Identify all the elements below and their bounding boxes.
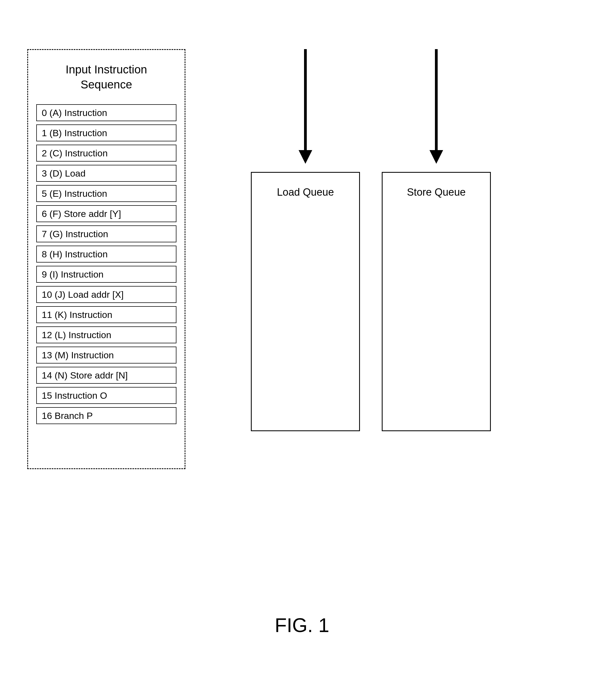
figure-label: FIG. 1: [0, 614, 604, 636]
svg-marker-1: [298, 150, 312, 164]
instruction-row: 9 (I) Instruction: [36, 266, 177, 283]
sequence-title-line1: Input Instruction: [66, 63, 147, 76]
instruction-text: 13 (M) Instruction: [42, 350, 114, 360]
instruction-text: 15 Instruction O: [42, 390, 107, 401]
instruction-row: 2 (C) Instruction: [36, 145, 177, 161]
input-instruction-sequence-box: Input Instruction Sequence 0 (A) Instruc…: [27, 49, 185, 469]
instruction-row: 0 (A) Instruction: [36, 104, 177, 121]
instruction-text: 10 (J) Load addr [X]: [42, 289, 124, 300]
diagram-container: Input Instruction Sequence 0 (A) Instruc…: [27, 49, 491, 469]
instruction-text: 11 (K) Instruction: [42, 309, 112, 320]
instruction-text: 2 (C) Instruction: [42, 148, 108, 158]
instruction-text: 14 (N) Store addr [N]: [42, 370, 128, 381]
instruction-row: 3 (D) Load: [36, 165, 177, 182]
instruction-row: 8 (H) Instruction: [36, 246, 177, 262]
instruction-text: 6 (F) Store addr [Y]: [42, 208, 121, 219]
instruction-row: 10 (J) Load addr [X]: [36, 286, 177, 303]
instruction-row: 12 (L) Instruction: [36, 326, 177, 343]
store-queue-wrapper: Store Queue: [382, 49, 491, 469]
svg-marker-3: [429, 150, 443, 164]
instruction-row: 16 Branch P: [36, 407, 177, 424]
instruction-text: 7 (G) Instruction: [42, 229, 108, 239]
instruction-text: 0 (A) Instruction: [42, 107, 107, 118]
instruction-row: 6 (F) Store addr [Y]: [36, 205, 177, 222]
instruction-row: 5 (E) Instruction: [36, 185, 177, 202]
instruction-text: 5 (E) Instruction: [42, 188, 107, 199]
arrow-down-icon: [297, 49, 314, 164]
instruction-text: 1 (B) Instruction: [42, 128, 107, 139]
queues-container: Load Queue Store Queue: [251, 49, 491, 469]
instruction-row: 14 (N) Store addr [N]: [36, 367, 177, 384]
store-queue-box: Store Queue: [382, 172, 491, 431]
arrow-down-icon: [428, 49, 445, 164]
instruction-row: 7 (G) Instruction: [36, 225, 177, 242]
instruction-text: 16 Branch P: [42, 410, 93, 421]
instruction-text: 12 (L) Instruction: [42, 330, 111, 340]
sequence-title: Input Instruction Sequence: [36, 62, 177, 92]
sequence-title-line2: Sequence: [80, 78, 132, 91]
instruction-text: 9 (I) Instruction: [42, 269, 104, 280]
instruction-text: 3 (D) Load: [42, 168, 86, 179]
load-queue-wrapper: Load Queue: [251, 49, 360, 469]
instruction-text: 8 (H) Instruction: [42, 249, 108, 259]
load-queue-label: Load Queue: [277, 186, 334, 198]
instruction-row: 11 (K) Instruction: [36, 306, 177, 323]
instruction-row: 13 (M) Instruction: [36, 347, 177, 364]
load-queue-box: Load Queue: [251, 172, 360, 431]
store-queue-label: Store Queue: [407, 186, 466, 198]
instruction-row: 15 Instruction O: [36, 387, 177, 404]
instruction-row: 1 (B) Instruction: [36, 124, 177, 141]
